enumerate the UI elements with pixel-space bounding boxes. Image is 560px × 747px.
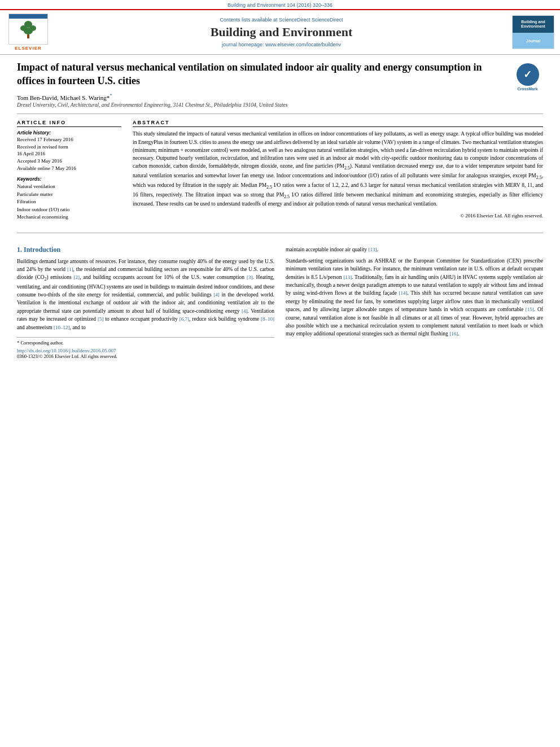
accepted-date: Accepted 3 May 2016 bbox=[17, 158, 121, 165]
authors: Tom Ben-David, Michael S. Waring** bbox=[17, 93, 506, 101]
copyright: © 2016 Elsevier Ltd. All rights reserved… bbox=[133, 213, 543, 219]
available-date: Available online 7 May 2016 bbox=[17, 165, 121, 172]
received-revised-label: Received in revised form bbox=[17, 143, 121, 151]
history-label: Article history: bbox=[17, 130, 121, 136]
introduction-heading: 1. Introduction bbox=[17, 246, 274, 254]
intro-paragraph-1: Buildings demand large amounts of resour… bbox=[17, 257, 274, 331]
body-section: 1. Introduction Buildings demand large a… bbox=[17, 240, 543, 359]
keywords-block: Keywords: Natural ventilation Particulat… bbox=[17, 176, 121, 221]
crossmark-label: CrossMark bbox=[517, 87, 537, 91]
keyword-4: Indoor outdoor (I/O) ratio bbox=[17, 206, 121, 214]
article-title-text: Impact of natural versus mechanical vent… bbox=[17, 60, 506, 108]
journal-reference: Building and Environment 104 (2016) 320–… bbox=[0, 0, 560, 9]
journal-logo-top: Building and Environment bbox=[513, 16, 554, 33]
corresponding-footnote: * Corresponding author. bbox=[17, 340, 274, 346]
article-history-block: Article history: Received 17 February 20… bbox=[17, 130, 121, 172]
crossmark-icon: ✓ bbox=[517, 63, 539, 86]
sectors-text: sectors bbox=[164, 267, 179, 272]
article-info-heading: ARTICLE INFO bbox=[17, 120, 121, 127]
received-date: Received 17 February 2016 bbox=[17, 136, 121, 143]
abstract-heading: ABSTRACT bbox=[133, 120, 543, 127]
body-right-column: maintain acceptable indoor air quality [… bbox=[286, 246, 543, 359]
body-left-column: 1. Introduction Buildings demand large a… bbox=[17, 246, 274, 359]
elsevier-tree-icon bbox=[17, 20, 40, 40]
keywords-label: Keywords: bbox=[17, 176, 121, 182]
intro-paragraph-3: Standards-setting organizations such as … bbox=[286, 257, 543, 338]
journal-logo-bottom-text: Journal bbox=[526, 39, 540, 43]
svg-point-3 bbox=[24, 28, 33, 34]
elsevier-text-label: ELSEVIER bbox=[15, 46, 42, 51]
revised-date: 16 April 2016 bbox=[17, 150, 121, 158]
article-title: Impact of natural versus mechanical vent… bbox=[17, 60, 506, 88]
crossmark: ✓ CrossMark bbox=[512, 63, 543, 91]
article-container: Impact of natural versus mechanical vent… bbox=[0, 55, 560, 370]
footnote-section: * Corresponding author. http://dx.doi.or… bbox=[17, 337, 274, 359]
keyword-2: Particulate matter bbox=[17, 191, 121, 199]
journal-header: ELSEVIER Contents lists available at Sci… bbox=[0, 9, 560, 55]
intro-paragraph-2: maintain acceptable indoor air quality [… bbox=[286, 246, 543, 254]
abstract-text: This study simulated the impacts of natu… bbox=[133, 130, 543, 208]
journal-logo-top-text: Building and Environment bbox=[513, 19, 554, 30]
keyword-3: Filtration bbox=[17, 198, 121, 206]
abstract-column: ABSTRACT This study simulated the impact… bbox=[133, 120, 543, 225]
elsevier-logo-image bbox=[8, 14, 48, 45]
doi-link[interactable]: http://dx.doi.org/10.1016/j.buildenv.201… bbox=[17, 348, 274, 353]
journal-title: Building and Environment bbox=[56, 25, 506, 40]
journal-logo-right: Building and Environment Journal bbox=[512, 15, 554, 49]
sciencedirect-link: Contents lists available at ScienceDirec… bbox=[56, 17, 506, 23]
article-title-section: Impact of natural versus mechanical vent… bbox=[17, 60, 543, 114]
keyword-1: Natural ventilation bbox=[17, 183, 121, 191]
keyword-5: Mechanical economizing bbox=[17, 213, 121, 221]
issn-text: 0360-1323/© 2016 Elsevier Ltd. All right… bbox=[17, 353, 274, 359]
two-col-section: ARTICLE INFO Article history: Received 1… bbox=[17, 120, 543, 233]
journal-homepage: journal homepage: www.elsevier.com/locat… bbox=[56, 42, 506, 47]
svg-rect-4 bbox=[27, 34, 29, 38]
journal-center: Contents lists available at ScienceDirec… bbox=[56, 17, 506, 47]
affiliation: Drexel University, Civil, Architectural,… bbox=[17, 102, 506, 108]
elsevier-logo: ELSEVIER bbox=[6, 14, 51, 51]
journal-logo-bottom: Journal bbox=[513, 33, 554, 49]
article-info-column: ARTICLE INFO Article history: Received 1… bbox=[17, 120, 121, 225]
